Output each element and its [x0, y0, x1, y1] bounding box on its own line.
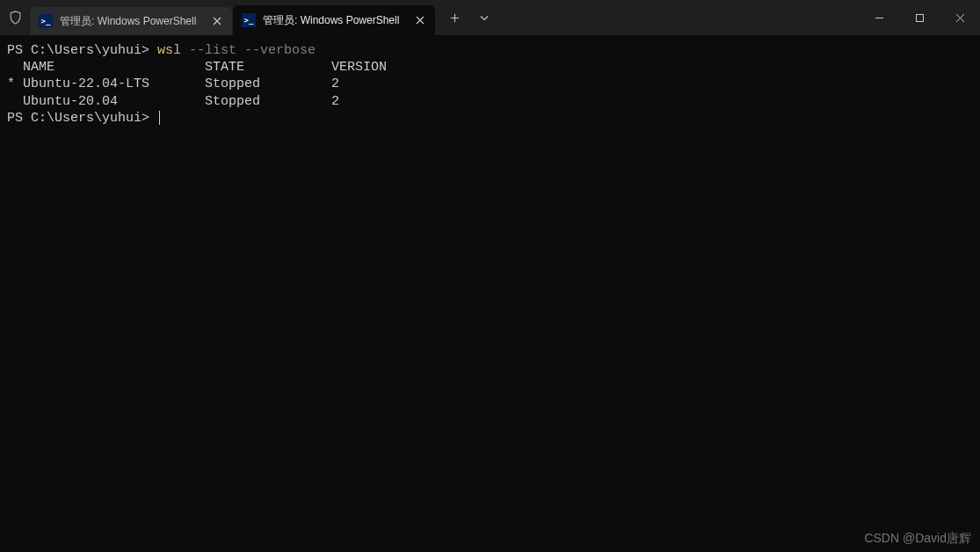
titlebar: >_ 管理员: Windows PowerShell >_ 管理员: Windo… — [0, 0, 980, 35]
close-window-button[interactable] — [940, 0, 980, 35]
tab-powershell-1[interactable]: >_ 管理员: Windows PowerShell — [30, 7, 232, 35]
cursor — [159, 111, 160, 125]
watermark: CSDN @David唐辉 — [864, 531, 971, 547]
shield-icon — [0, 11, 30, 25]
command-name: wsl — [157, 43, 181, 58]
close-tab-button[interactable] — [412, 12, 428, 28]
tab-actions — [436, 0, 499, 35]
titlebar-left — [0, 0, 30, 35]
terminal-output[interactable]: PS C:\Users\yuhui> wsl --list --verbose … — [0, 35, 980, 134]
tab-dropdown-button[interactable] — [469, 4, 499, 31]
tab-title: 管理员: Windows PowerShell — [263, 13, 407, 28]
table-header: NAME STATE VERSION — [7, 60, 387, 75]
tabs-container: >_ 管理员: Windows PowerShell >_ 管理员: Windo… — [30, 0, 436, 35]
table-row: * Ubuntu-22.04-LTS Stopped 2 — [7, 76, 339, 91]
prompt-line-1: PS C:\Users\yuhui> wsl --list --verbose — [7, 43, 316, 58]
new-tab-button[interactable] — [439, 4, 469, 31]
powershell-icon: >_ — [242, 13, 256, 27]
svg-rect-0 — [916, 14, 923, 21]
command-args: --list --verbose — [189, 43, 316, 58]
table-row: Ubuntu-20.04 Stopped 2 — [7, 94, 339, 109]
close-tab-button[interactable] — [209, 13, 225, 29]
maximize-button[interactable] — [899, 0, 940, 35]
tab-title: 管理员: Windows PowerShell — [60, 14, 204, 29]
prompt-line-2: PS C:\Users\yuhui> — [7, 111, 160, 126]
window-controls — [859, 0, 980, 35]
minimize-button[interactable] — [859, 0, 899, 35]
powershell-icon: >_ — [39, 14, 53, 28]
tab-powershell-2[interactable]: >_ 管理员: Windows PowerShell — [233, 5, 435, 35]
